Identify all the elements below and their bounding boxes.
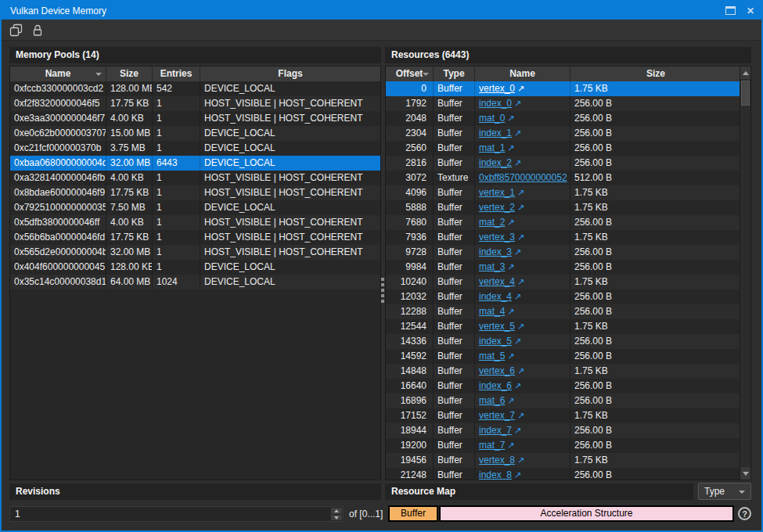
table-row[interactable]: 12544Buffervertex_5↗1.75 KB xyxy=(386,319,740,334)
resource-link[interactable]: index_7 xyxy=(479,425,512,436)
resource-link[interactable]: vertex_8 xyxy=(479,455,515,466)
column-header-flags[interactable]: Flags xyxy=(200,66,380,81)
float-window-icon[interactable] xyxy=(725,6,736,15)
resource-link[interactable]: mat_0 xyxy=(479,113,505,124)
resource-link[interactable]: index_5 xyxy=(479,336,512,347)
resource-map-segment-buffer[interactable]: Buffer xyxy=(388,505,438,522)
scrollbar-down-icon[interactable] xyxy=(740,467,750,480)
table-row[interactable]: 21248Bufferindex_8↗256.00 B xyxy=(386,468,740,480)
table-row[interactable]: 2816Bufferindex_2↗256.00 B xyxy=(386,156,740,171)
table-body: 0xfccb330000003cd2128.00 MB542DEVICE_LOC… xyxy=(10,81,380,289)
table-row[interactable]: 0xfccb330000003cd2128.00 MB542DEVICE_LOC… xyxy=(10,81,380,96)
resource-link[interactable]: vertex_3 xyxy=(479,232,515,243)
table-row[interactable]: 5888Buffervertex_2↗1.75 KB xyxy=(386,200,740,215)
cell-name: 0x35c14c00000038d1 xyxy=(10,275,106,289)
table-row[interactable]: 9984Buffermat_3↗256.00 B xyxy=(386,260,740,275)
table-row[interactable]: 0x8bdae600000046f917.75 KB1HOST_VISIBLE … xyxy=(10,185,380,200)
table-row[interactable]: 0xbaa068000000004d32.00 MB6443DEVICE_LOC… xyxy=(10,156,380,171)
table-row[interactable]: 0xe0c62b000000370715.00 MB1DEVICE_LOCAL xyxy=(10,126,380,141)
table-row[interactable]: 0x79251000000000357.50 MB1DEVICE_LOCAL xyxy=(10,200,380,215)
resource-map-mode-dropdown[interactable]: Type xyxy=(698,483,751,500)
table-row[interactable]: 0x56b6ba00000046fd17.75 KB1HOST_VISIBLE … xyxy=(10,230,380,245)
revision-input[interactable] xyxy=(10,507,327,521)
column-header-name[interactable]: Name xyxy=(10,66,106,81)
resource-link[interactable]: index_1 xyxy=(479,128,512,138)
resource-link[interactable]: index_2 xyxy=(479,157,512,168)
resource-link[interactable]: mat_2 xyxy=(479,217,505,228)
resource-link[interactable]: vertex_4 xyxy=(479,276,515,287)
table-row[interactable]: 0xa3281400000046fb4.00 KB1HOST_VISIBLE |… xyxy=(10,171,380,185)
table-row[interactable]: 2560Buffermat_1↗256.00 B xyxy=(386,141,740,156)
table-row[interactable]: 4096Buffervertex_1↗1.75 KB xyxy=(386,185,740,200)
table-row[interactable]: 0xc21fcf000000370b3.75 MB1DEVICE_LOCAL xyxy=(10,141,380,156)
resource-link[interactable]: vertex_6 xyxy=(479,365,515,376)
toolbar xyxy=(2,20,761,41)
spin-down-icon[interactable] xyxy=(331,515,342,521)
table-row[interactable]: 17152Buffervertex_7↗1.75 KB xyxy=(386,408,740,423)
table-row[interactable]: 14592Buffermat_5↗256.00 B xyxy=(386,349,740,364)
table-row[interactable]: 12032Bufferindex_4↗256.00 B xyxy=(386,289,740,304)
resource-link[interactable]: vertex_1 xyxy=(479,187,515,198)
table-row[interactable]: 19200Buffermat_7↗256.00 B xyxy=(386,438,740,453)
table-row[interactable]: 0x404f600000000045128.00 KB1DEVICE_LOCAL xyxy=(10,260,380,275)
resource-map-segment-acceleration-structure[interactable]: Acceleration Structure xyxy=(439,505,734,522)
help-icon[interactable]: ? xyxy=(738,507,751,520)
resource-link[interactable]: index_3 xyxy=(479,246,512,257)
resource-link[interactable]: vertex_0 xyxy=(479,83,515,94)
table-row[interactable]: 14848Buffervertex_6↗1.75 KB xyxy=(386,364,740,379)
table-row[interactable]: 16640Bufferindex_6↗256.00 B xyxy=(386,379,740,394)
column-header-size[interactable]: Size xyxy=(106,66,152,81)
resource-link[interactable]: mat_1 xyxy=(479,142,505,153)
table-row[interactable]: 18944Bufferindex_7↗256.00 B xyxy=(386,423,740,438)
cell-type: Buffer xyxy=(433,453,474,468)
table-row[interactable]: 0x5dfb3800000046ff4.00 KB1HOST_VISIBLE |… xyxy=(10,215,380,230)
cell-offset: 2304 xyxy=(386,126,433,141)
scrollbar-up-icon[interactable] xyxy=(740,66,750,79)
table-row[interactable]: 1792Bufferindex_0↗256.00 B xyxy=(386,96,740,111)
table-row[interactable]: 3072Texture0xbff8570000000052↗512.00 B xyxy=(386,171,740,185)
resource-link[interactable]: vertex_7 xyxy=(479,410,515,421)
column-header-type[interactable]: Type xyxy=(433,66,474,81)
table-row[interactable]: 16896Buffermat_6↗256.00 B xyxy=(386,394,740,408)
table-row[interactable]: 0xf2f83200000046f517.75 KB1HOST_VISIBLE … xyxy=(10,96,380,111)
table-row[interactable]: 19456Buffervertex_8↗1.75 KB xyxy=(386,453,740,468)
title-bar[interactable]: Vulkan Device Memory ✕ xyxy=(2,2,761,20)
table-row[interactable]: 0x565d2e000000004b32.00 MB1HOST_VISIBLE … xyxy=(10,245,380,260)
duplicate-window-icon[interactable] xyxy=(9,23,23,37)
resources-scrollbar[interactable] xyxy=(740,66,750,480)
table-row[interactable]: 7936Buffervertex_3↗1.75 KB xyxy=(386,230,740,245)
column-header-size[interactable]: Size xyxy=(570,66,740,81)
resource-link[interactable]: index_0 xyxy=(479,98,512,109)
resource-link[interactable]: mat_3 xyxy=(479,261,505,272)
spin-up-icon[interactable] xyxy=(331,508,342,514)
resource-link[interactable]: index_4 xyxy=(479,291,512,302)
scrollbar-track[interactable] xyxy=(740,79,750,467)
scrollbar-thumb[interactable] xyxy=(741,81,750,106)
lock-icon[interactable] xyxy=(31,23,45,37)
resource-link[interactable]: index_6 xyxy=(479,380,512,391)
table-row[interactable]: 0x35c14c00000038d164.00 MB1024DEVICE_LOC… xyxy=(10,275,380,289)
resource-link[interactable]: vertex_5 xyxy=(479,321,515,332)
column-header-offset[interactable]: Offset xyxy=(386,66,433,81)
table-row[interactable]: 7680Buffermat_2↗256.00 B xyxy=(386,215,740,230)
table-row[interactable]: 0xe3aa3000000046f74.00 KB1HOST_VISIBLE |… xyxy=(10,111,380,126)
resource-link[interactable]: mat_7 xyxy=(479,440,505,451)
table-row[interactable]: 2304Bufferindex_1↗256.00 B xyxy=(386,126,740,141)
resource-link[interactable]: index_8 xyxy=(479,469,512,480)
column-header-name[interactable]: Name xyxy=(474,66,570,81)
resource-link[interactable]: mat_5 xyxy=(479,350,505,361)
table-row[interactable]: 10240Buffervertex_4↗1.75 KB xyxy=(386,275,740,289)
cell-size: 256.00 B xyxy=(570,349,740,364)
resource-link[interactable]: vertex_2 xyxy=(479,202,515,213)
table-row[interactable]: 9728Bufferindex_3↗256.00 B xyxy=(386,245,740,260)
column-header-entries[interactable]: Entries xyxy=(152,66,200,81)
table-row[interactable]: 14336Bufferindex_5↗256.00 B xyxy=(386,334,740,349)
resource-link[interactable]: mat_6 xyxy=(479,395,505,406)
resource-link[interactable]: 0xbff8570000000052 xyxy=(479,172,567,183)
cell-type: Buffer xyxy=(433,126,474,141)
table-row[interactable]: 12288Buffermat_4↗256.00 B xyxy=(386,304,740,319)
table-row[interactable]: 2048Buffermat_0↗256.00 B xyxy=(386,111,740,126)
close-icon[interactable]: ✕ xyxy=(747,6,754,16)
resource-link[interactable]: mat_4 xyxy=(479,306,505,317)
table-row[interactable]: 0Buffervertex_0↗1.75 KB xyxy=(386,81,740,96)
